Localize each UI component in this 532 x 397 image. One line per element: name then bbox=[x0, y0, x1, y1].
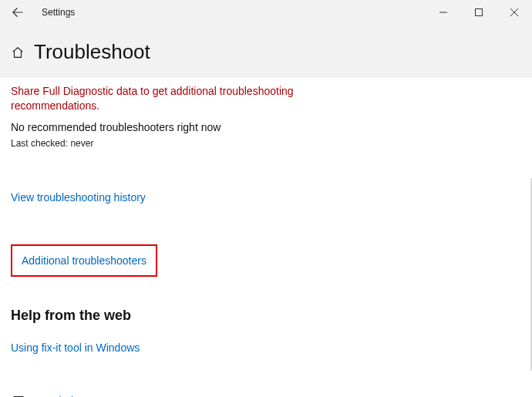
additional-troubleshooters-link[interactable]: Additional troubleshooters bbox=[22, 254, 146, 267]
close-button[interactable] bbox=[497, 0, 532, 25]
diagnostic-warning: Share Full Diagnostic data to get additi… bbox=[11, 84, 342, 113]
view-history-link[interactable]: View troubleshooting history bbox=[11, 191, 146, 204]
page-title: Troubleshoot bbox=[34, 40, 150, 64]
footer-links: ? Get help Give feedback bbox=[11, 393, 521, 397]
last-checked-text: Last checked: never bbox=[11, 138, 521, 149]
help-heading: Help from the web bbox=[11, 308, 521, 324]
minimize-button[interactable] bbox=[426, 0, 461, 25]
recommendation-status: No recommended troubleshooters right now bbox=[11, 121, 521, 133]
home-icon[interactable] bbox=[11, 45, 25, 59]
maximize-icon bbox=[475, 8, 483, 16]
window-title: Settings bbox=[42, 7, 75, 18]
close-icon bbox=[510, 8, 518, 16]
back-button[interactable] bbox=[0, 0, 35, 25]
minimize-icon bbox=[439, 8, 447, 16]
titlebar: Settings bbox=[0, 0, 532, 25]
page-header: Troubleshoot bbox=[0, 25, 532, 78]
content-area: Share Full Diagnostic data to get additi… bbox=[0, 78, 532, 396]
highlight-box: Additional troubleshooters bbox=[11, 244, 157, 277]
arrow-left-icon bbox=[12, 7, 23, 18]
chat-help-icon: ? bbox=[11, 393, 26, 397]
maximize-button[interactable] bbox=[461, 0, 497, 25]
get-help-row[interactable]: ? Get help bbox=[11, 393, 521, 397]
fixit-link[interactable]: Using fix-it tool in Windows bbox=[11, 341, 140, 354]
svg-rect-0 bbox=[476, 9, 483, 16]
